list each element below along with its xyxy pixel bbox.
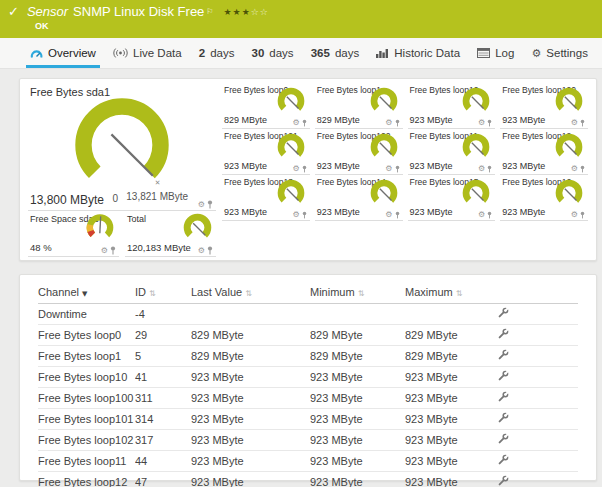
channel-gear-icon[interactable]: ⚙ xyxy=(478,165,485,173)
channel-gear-icon[interactable]: ⚙ xyxy=(101,247,108,255)
column-header-id[interactable]: ID⇅ xyxy=(135,283,191,304)
table-row: Free Bytes loop102 317 923 MByte 923 MBy… xyxy=(38,430,578,451)
channel-cell: Free Bytes loop102 xyxy=(38,430,135,451)
tab-settings[interactable]: ⚙ Settings xyxy=(527,38,591,68)
priority-star-rating[interactable]: ★★★☆☆ xyxy=(224,7,269,17)
gauge-scale-max: 13,821 MByte xyxy=(126,191,188,202)
channel-gear-icon[interactable]: ⚙ xyxy=(293,165,300,173)
pin-icon[interactable] xyxy=(580,119,585,127)
channel-gear-icon[interactable]: ⚙ xyxy=(571,211,578,219)
channel-gear-icon[interactable]: ⚙ xyxy=(385,119,392,127)
wrench-icon[interactable] xyxy=(498,307,509,320)
pin-icon[interactable] xyxy=(207,246,213,255)
minimum-cell: 923 MByte xyxy=(310,451,405,472)
channel-cell: Free Bytes loop101 xyxy=(38,409,135,430)
maximum-cell: 923 MByte xyxy=(405,367,498,388)
tab-365-days[interactable]: 365 days xyxy=(307,38,363,68)
pin-icon[interactable] xyxy=(302,165,307,173)
status-badge: OK xyxy=(35,21,594,31)
channel-gear-icon[interactable]: ⚙ xyxy=(198,201,205,209)
tab-30-days-number: 30 xyxy=(252,47,265,59)
id-cell: 41 xyxy=(135,367,191,388)
table-header-row: Channel▼ ID⇅ Last Value⇅ Minimum⇅ Maximu… xyxy=(38,283,578,304)
channel-gear-icon[interactable]: ⚙ xyxy=(571,165,578,173)
wrench-icon[interactable] xyxy=(498,370,509,383)
sensor-title: SNMP Linux Disk Free xyxy=(73,4,204,19)
gauge-cell-free-space-sda1: Free Space sda1 48 % ⚙ xyxy=(28,211,119,257)
pin-icon[interactable] xyxy=(302,119,307,127)
tab-overview[interactable]: Overview xyxy=(26,38,100,68)
channel-cell: Free Bytes loop10 xyxy=(38,367,135,388)
tab-log-label: Log xyxy=(495,47,514,59)
pin-icon[interactable] xyxy=(487,119,492,127)
wrench-icon[interactable] xyxy=(498,475,509,487)
svg-text:✕: ✕ xyxy=(155,179,161,187)
mini-gauge-dial xyxy=(460,86,492,116)
free-space-gauge-dial xyxy=(83,212,117,243)
wrench-icon[interactable] xyxy=(498,391,509,404)
gauge-current-value: 923 MByte xyxy=(502,161,545,171)
tab-historic-data-label: Historic Data xyxy=(394,47,460,59)
gear-icon: ⚙ xyxy=(531,47,541,60)
last-value-cell: 923 MByte xyxy=(191,430,310,451)
last-value-cell xyxy=(191,304,310,325)
channel-gear-icon[interactable]: ⚙ xyxy=(293,211,300,219)
channel-gear-icon[interactable]: ⚙ xyxy=(385,211,392,219)
table-row: Free Bytes loop100 311 923 MByte 923 MBy… xyxy=(38,388,578,409)
last-value-cell: 923 MByte xyxy=(191,367,310,388)
tab-2-days[interactable]: 2 days xyxy=(195,38,239,68)
sort-icon: ⇅ xyxy=(149,289,156,298)
pin-icon[interactable] xyxy=(395,165,400,173)
pin-icon[interactable] xyxy=(580,165,585,173)
maximum-cell: 923 MByte xyxy=(405,451,498,472)
wrench-icon[interactable] xyxy=(498,349,509,362)
pin-icon[interactable] xyxy=(395,211,400,219)
tab-2-days-number: 2 xyxy=(199,47,205,59)
channel-gear-icon[interactable]: ⚙ xyxy=(478,211,485,219)
minimum-cell: 923 MByte xyxy=(310,367,405,388)
wrench-icon[interactable] xyxy=(498,454,509,467)
column-header-maximum[interactable]: Maximum⇅ xyxy=(405,283,498,304)
channel-gear-icon[interactable]: ⚙ xyxy=(571,119,578,127)
tab-2-days-label: days xyxy=(210,47,234,59)
pin-icon[interactable] xyxy=(487,211,492,219)
channel-gear-icon[interactable]: ⚙ xyxy=(385,165,392,173)
sensor-header: ✓ Sensor SNMP Linux Disk Free ⚐ ★★★☆☆ OK xyxy=(0,0,602,38)
table-row: Free Bytes loop1 5 829 MByte 829 MByte 8… xyxy=(38,346,578,367)
column-header-last-value[interactable]: Last Value⇅ xyxy=(191,283,310,304)
column-header-minimum[interactable]: Minimum⇅ xyxy=(310,283,405,304)
wrench-icon[interactable] xyxy=(498,433,509,446)
mini-gauge-cell: Free Bytes loop15 923 MByte ⚙ xyxy=(408,175,496,221)
pin-icon[interactable] xyxy=(110,246,116,255)
tab-live-data[interactable]: Live Data xyxy=(109,38,186,68)
channel-gear-icon[interactable]: ⚙ xyxy=(293,119,300,127)
tab-historic-data[interactable]: Historic Data xyxy=(372,38,464,68)
wrench-icon[interactable] xyxy=(498,412,509,425)
gauge-current-value: 923 MByte xyxy=(224,207,267,217)
primary-gauge-column: Free Bytes sda1 ✕ 13,800 MByte 0 13,821 … xyxy=(28,83,216,260)
flag-icon[interactable]: ⚐ xyxy=(206,7,213,16)
mini-gauge-cell: Free Bytes loop12 923 MByte ⚙ xyxy=(500,129,588,175)
channel-gear-icon[interactable]: ⚙ xyxy=(198,247,205,255)
pin-icon[interactable] xyxy=(580,211,585,219)
column-header-channel[interactable]: Channel▼ xyxy=(38,283,135,304)
pin-icon[interactable] xyxy=(487,165,492,173)
pin-icon[interactable] xyxy=(302,211,307,219)
tab-log[interactable]: Log xyxy=(473,38,518,68)
maximum-cell: 923 MByte xyxy=(405,430,498,451)
mini-gauge-dial xyxy=(553,178,585,208)
mini-gauge-dial xyxy=(275,132,307,162)
last-value-cell: 923 MByte xyxy=(191,451,310,472)
channels-table: Channel▼ ID⇅ Last Value⇅ Minimum⇅ Maximu… xyxy=(38,283,578,487)
pin-icon[interactable] xyxy=(207,200,213,209)
gauge-current-value: 923 MByte xyxy=(317,207,360,217)
mini-gauge-dial xyxy=(460,178,492,208)
wrench-icon[interactable] xyxy=(498,328,509,341)
channel-gear-icon[interactable]: ⚙ xyxy=(478,119,485,127)
mini-gauge-dial xyxy=(553,86,585,116)
mini-gauge-cell: Free Bytes loop102 923 MByte ⚙ xyxy=(315,129,403,175)
stars-empty: ☆☆ xyxy=(251,7,269,17)
pin-icon[interactable] xyxy=(395,119,400,127)
gauge-current-value: 923 MByte xyxy=(502,115,545,125)
tab-30-days[interactable]: 30 days xyxy=(248,38,298,68)
